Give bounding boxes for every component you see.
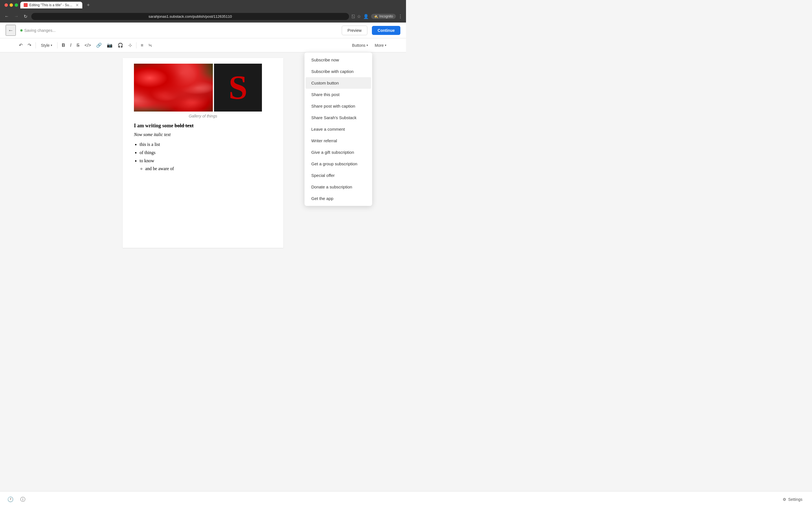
bullet-list-button[interactable]: ≡ — [139, 41, 145, 49]
menu-item-share-post-with-caption[interactable]: Share post with caption — [306, 100, 371, 112]
browser-dots — [4, 3, 18, 7]
dot-red[interactable] — [4, 3, 8, 7]
flower-image — [134, 64, 213, 112]
more-icon[interactable]: ⋮ — [398, 14, 403, 19]
style-dropdown[interactable]: Style ▾ — [38, 42, 55, 49]
link-button[interactable]: 🔗 — [94, 41, 104, 49]
editor-toolbar: ↶ ↷ Style ▾ B I S </> 🔗 📷 🎧 ⊹ ≡ ≒ Button… — [0, 38, 406, 52]
menu-item-custom-button[interactable]: Custom button — [306, 77, 371, 89]
gallery: S — [134, 64, 272, 112]
menu-item-donate-a-subscription[interactable]: Donate a subscription — [306, 181, 371, 193]
incognito-badge: 🕵 Incognito — [371, 14, 396, 19]
more-dropdown[interactable]: More ▾ — [372, 42, 389, 49]
buttons-arrow: ▾ — [366, 44, 368, 47]
undo-button[interactable]: ↶ — [17, 41, 24, 49]
tab-title: Editing "This is a title" - Subst... — [29, 3, 73, 7]
cast-icon[interactable]: ⍂ — [352, 14, 355, 19]
address-bar[interactable] — [31, 13, 349, 20]
nav-forward[interactable]: → — [13, 13, 20, 20]
audio-button[interactable]: 🎧 — [116, 41, 125, 49]
buttons-label: Buttons — [352, 43, 365, 48]
saving-label: Saving changes... — [24, 28, 56, 33]
more-arrow: ▾ — [385, 44, 386, 47]
menu-item-special-offer[interactable]: Special offer — [306, 170, 371, 181]
editor-italic-text[interactable]: Now some italic text — [134, 132, 272, 137]
saving-status: Saving changes... — [20, 28, 56, 33]
browser-toolbar: ← → ↻ ⍂ ☆ 👤 🕵 Incognito ⋮ — [0, 10, 406, 22]
profile-icon[interactable]: 👤 — [363, 14, 369, 19]
list-item-3: to know — [140, 157, 272, 165]
browser-title-bar: Editing "This is a title" - Subst... ✕ + — [0, 0, 406, 10]
nav-back[interactable]: ← — [3, 13, 10, 20]
toolbar-right-section: Buttons ▾ More ▾ Subscribe now Subscribe… — [349, 42, 389, 49]
menu-item-subscribe-now[interactable]: Subscribe now — [306, 54, 371, 66]
editor-list[interactable]: this is a list of things to know and be … — [140, 140, 272, 173]
toolbar-separator-3 — [136, 42, 137, 48]
dot-yellow[interactable] — [10, 3, 13, 7]
new-tab-button[interactable]: + — [85, 2, 92, 8]
bookmark-icon[interactable]: ☆ — [357, 14, 361, 19]
gallery-image-1 — [134, 64, 213, 112]
buttons-dropdown[interactable]: Buttons ▾ — [349, 42, 371, 49]
menu-item-get-a-group-subscription[interactable]: Get a group subscription — [306, 158, 371, 170]
buttons-menu: Subscribe now Subscribe with caption Cus… — [305, 52, 372, 206]
style-label: Style — [41, 43, 50, 48]
red-s-letter: S — [229, 71, 248, 105]
editor-sublist: and be aware of — [145, 165, 272, 173]
list-item-1: this is a list — [140, 140, 272, 149]
menu-item-writer-referral[interactable]: Writer referral — [306, 135, 371, 147]
code-button[interactable]: </> — [83, 41, 93, 49]
app-bar: ← Saving changes... Preview Continue — [0, 22, 406, 38]
nav-refresh[interactable]: ↻ — [22, 13, 29, 20]
heading-text: I am writing some — [134, 123, 174, 128]
editor-heading[interactable]: I am writing some bold text — [134, 123, 272, 129]
back-button[interactable]: ← — [6, 25, 16, 36]
browser-icons: ⍂ ☆ 👤 🕵 Incognito ⋮ — [352, 14, 403, 19]
menu-item-leave-a-comment[interactable]: Leave a comment — [306, 123, 371, 135]
dot-green[interactable] — [15, 3, 18, 7]
saving-dot — [20, 29, 22, 32]
menu-item-get-the-app[interactable]: Get the app — [306, 193, 371, 204]
strikethrough-button[interactable]: S — [74, 41, 82, 49]
more-label: More — [375, 43, 384, 48]
menu-item-give-a-gift-subscription[interactable]: Give a gift subscription — [306, 147, 371, 158]
gallery-caption: Gallery of things — [134, 114, 272, 118]
menu-item-share-this-post[interactable]: Share this post — [306, 89, 371, 100]
sublist-item-1: and be aware of — [145, 165, 272, 173]
tab-close[interactable]: ✕ — [75, 3, 79, 7]
redo-button[interactable]: ↷ — [26, 41, 33, 49]
preview-button[interactable]: Preview — [342, 25, 368, 35]
editor-area[interactable]: S Gallery of things I am writing some bo… — [123, 58, 283, 248]
gallery-image-2: S — [214, 64, 262, 112]
substack-s-image: S — [214, 64, 262, 112]
style-arrow: ▾ — [51, 44, 52, 47]
bold-button[interactable]: B — [60, 41, 67, 49]
image-button[interactable]: 📷 — [105, 41, 114, 49]
list-item-2: of things — [140, 149, 272, 157]
browser-tab[interactable]: Editing "This is a title" - Subst... ✕ — [20, 2, 82, 8]
menu-item-share-sarahs-substack[interactable]: Share Sarah's Substack — [306, 112, 371, 123]
menu-item-subscribe-with-caption[interactable]: Subscribe with caption — [306, 66, 371, 77]
ordered-list-button[interactable]: ≒ — [146, 41, 154, 49]
italic-button[interactable]: I — [68, 41, 73, 49]
incognito-icon: 🕵 — [374, 14, 378, 18]
embed-button[interactable]: ⊹ — [126, 41, 134, 49]
bold-strikethrough-text: bold text — [174, 123, 194, 128]
toolbar-separator-1 — [36, 42, 36, 48]
incognito-label: Incognito — [379, 14, 393, 18]
tab-favicon — [24, 3, 28, 7]
continue-button[interactable]: Continue — [372, 26, 400, 35]
